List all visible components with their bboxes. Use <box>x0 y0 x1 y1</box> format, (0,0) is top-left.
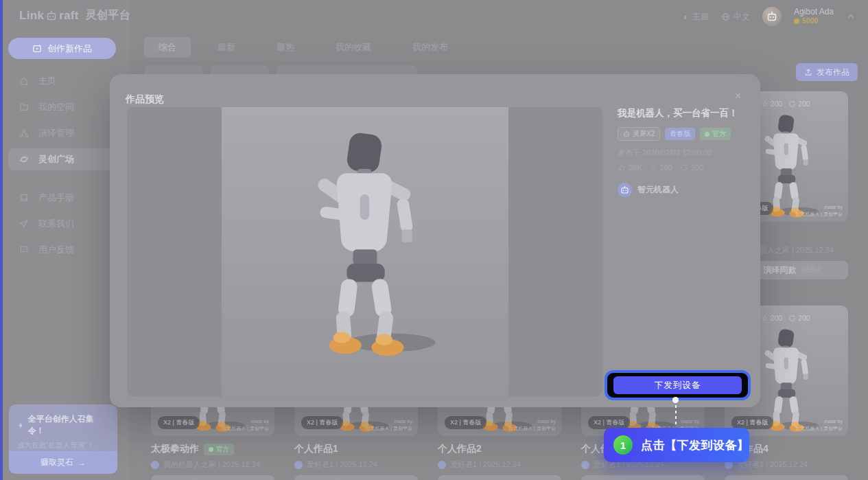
work-author[interactable]: 智元机器人 <box>618 183 749 197</box>
author-mini-avatar <box>581 461 589 469</box>
coin-amount: 5000 <box>802 17 818 25</box>
author-mini-avatar <box>294 461 303 469</box>
connector-dashed-line <box>675 405 677 427</box>
star-icon: ☆ <box>762 100 769 108</box>
card-meta: 爱好者1 | 2025.12.24 <box>438 459 561 470</box>
sidebar-item-performance-mgmt[interactable]: 演绎管理 <box>8 122 116 144</box>
card-title-row: 个人作品1 官方 <box>294 443 418 455</box>
book-icon <box>19 193 29 203</box>
model-tag: 灵犀X2 <box>618 127 660 141</box>
sidebar-item-my-space[interactable]: 我的空间 <box>8 96 116 118</box>
sort-tabs: 综合 最新 最热 我的收藏 我的发布 <box>144 37 475 58</box>
tab-hottest[interactable]: 最热 <box>262 37 309 58</box>
home-icon <box>19 76 29 86</box>
work-title: 我是机器人，买一台省一百！ <box>618 107 749 119</box>
remix-button[interactable]: 演绎同款 666次 <box>438 475 561 480</box>
tab-my-posts[interactable]: 我的发布 <box>398 37 462 58</box>
upload-icon <box>804 68 812 76</box>
author-avatar <box>618 183 632 197</box>
brand-robot-icon <box>46 10 57 21</box>
publish-date: 发布于 2020/02/02 12:00:00 <box>618 148 749 158</box>
likes-stat[interactable]: 38K <box>618 163 642 172</box>
user-name: Agibot Ada <box>794 8 834 16</box>
edition-tag: 青春版 <box>665 128 695 140</box>
left-accent-strip <box>0 0 3 480</box>
chat-icon <box>19 245 29 255</box>
stars-stat[interactable]: ☆ 200 <box>650 163 672 172</box>
author-mini-avatar <box>438 461 446 469</box>
thumbs-up-icon <box>618 163 626 172</box>
brand-logo[interactable]: Link raft 灵创平台 <box>19 8 130 23</box>
brand-suffix: raft <box>59 9 79 23</box>
remix-label: 演绎同款 <box>763 264 796 276</box>
step-instruction: 点击【下发到设备】 <box>641 437 749 453</box>
watermark: made by智元机器人 | 灵创平台 <box>795 418 843 432</box>
robot-figure <box>288 129 443 363</box>
avatar-robot-icon <box>766 11 777 22</box>
create-work-label: 创作新作品 <box>47 43 92 55</box>
step-number-badge: 1 <box>613 435 633 455</box>
card-meta: 我的机器人之家 | 2025.12.24 <box>151 459 274 470</box>
remix-button[interactable]: 演绎同款 666次 <box>151 475 274 480</box>
video-frame <box>222 107 508 397</box>
theme-toggle[interactable]: ◐ 主题 <box>683 11 709 23</box>
sidebar-item-user-feedback[interactable]: 用户反馈 <box>8 239 116 261</box>
model-badge: X2 | 青春版 <box>158 416 200 429</box>
remix-button[interactable]: 演绎同款 666次 <box>581 475 705 480</box>
clapper-plus-icon <box>32 44 42 54</box>
robot-head-icon <box>623 130 630 137</box>
create-work-button[interactable]: 创作新作品 <box>8 38 116 59</box>
user-avatar[interactable] <box>762 7 782 26</box>
watermark: made by智元机器人 | 灵创平台 <box>365 418 412 432</box>
sidebar-item-creation-plaza[interactable]: 灵创广场 <box>8 148 116 170</box>
modal-title: 作品预览 <box>126 93 164 106</box>
app-root: Link raft 灵创平台 ◐ 主题 中文 Agibot Ada 5000 <box>0 0 868 480</box>
author-mini-avatar <box>151 461 159 469</box>
star-icon: ☆ <box>650 163 657 172</box>
video-player: ▶ 01:23 03:23 <box>127 107 602 397</box>
card-title: 太极拳动作 <box>151 443 199 455</box>
official-medal-icon <box>209 447 213 452</box>
card-author-date: 我的机器人之家 | 2025.12.24 <box>163 459 260 470</box>
official-badge: 官方 <box>204 444 234 455</box>
card-author-date: 爱好者1 | 2025.12.24 <box>307 459 377 470</box>
card-title: 个人作品2 <box>438 443 482 455</box>
tab-my-favorites[interactable]: 我的收藏 <box>321 37 386 58</box>
language-switcher[interactable]: 中文 <box>721 11 750 23</box>
sidebar-item-contact-us[interactable]: 联系我们 <box>8 213 116 235</box>
card-title-row: 太极拳动作 官方 <box>151 443 274 455</box>
work-tags: 灵犀X2 青春版 官方 <box>618 127 749 141</box>
coin-icon <box>794 19 799 24</box>
watermark: made by智元机器人 | 灵创平台 <box>222 418 269 432</box>
close-icon[interactable]: × <box>735 91 741 102</box>
card-meta: 爱好者1 | 2025.12.24 <box>294 459 418 470</box>
author-name: 智元机器人 <box>637 184 679 196</box>
share-icon <box>680 163 688 172</box>
tab-comprehensive[interactable]: 综合 <box>144 37 191 58</box>
card-author-date: 爱好者1 | 2025.12.24 <box>450 459 521 470</box>
user-info: Agibot Ada 5000 <box>794 8 834 25</box>
sidebar-item-home[interactable]: 主页 <box>8 70 116 92</box>
model-badge: X2 | 青春版 <box>301 416 343 429</box>
deploy-to-device-button[interactable]: 下发到设备 <box>613 376 742 394</box>
work-detail-panel: 我是机器人，买一台省一百！ 灵犀X2 青春版 官方 发布于 2020/02/02… <box>618 107 749 197</box>
card-title: 个人作品1 <box>294 443 338 455</box>
language-label: 中文 <box>734 11 750 23</box>
deploy-button-highlight: 下发到设备 <box>605 370 751 400</box>
chevron-up-icon[interactable] <box>846 12 856 21</box>
sidebar-item-product-manual[interactable]: 产品手册 <box>8 187 116 209</box>
brand-prefix: Link <box>19 9 44 23</box>
official-tag: 官方 <box>700 128 731 140</box>
remix-button[interactable]: 演绎同款 666次 <box>725 475 848 480</box>
star-icon: ☆ <box>762 315 769 322</box>
remix-button[interactable]: 演绎同款 666次 <box>294 475 418 480</box>
earn-gems-button[interactable]: 赚取灵石 → <box>9 451 117 474</box>
globe-icon <box>721 12 730 21</box>
tab-newest[interactable]: 最新 <box>203 37 250 58</box>
shares-stat[interactable]: 200 <box>680 163 703 172</box>
sidebar-nav: 主页 我的空间 演绎管理 灵创广场 产品手册 联系我们 <box>8 70 116 265</box>
model-badge: X2 | 青春版 <box>445 416 486 429</box>
watermark: made by智元机器人 | 灵创平台 <box>508 418 556 432</box>
topbar: Link raft 灵创平台 ◐ 主题 中文 Agibot Ada 5000 <box>3 0 868 33</box>
publish-work-button[interactable]: 发布作品 <box>796 63 858 81</box>
